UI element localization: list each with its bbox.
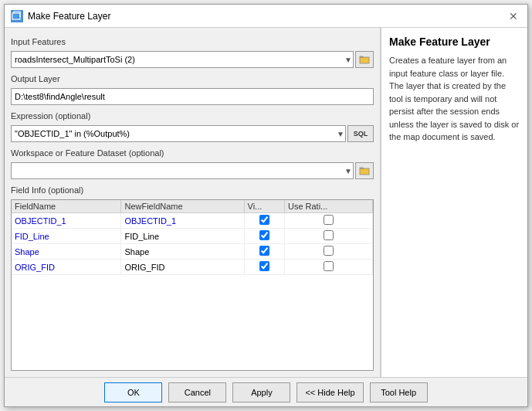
input-features-label: Input Features bbox=[11, 37, 374, 46]
input-features-select[interactable]: roadsIntersect_MultipartToSi (2) bbox=[11, 51, 354, 68]
use-ratio-cell[interactable] bbox=[284, 260, 372, 275]
input-features-select-wrapper: roadsIntersect_MultipartToSi (2) ▼ bbox=[11, 51, 354, 68]
workspace-select[interactable] bbox=[11, 162, 354, 179]
close-button[interactable]: ✕ bbox=[506, 8, 521, 24]
visible-cell[interactable] bbox=[244, 229, 284, 244]
title-bar: Make Feature Layer ✕ bbox=[5, 5, 527, 28]
content-area: Input Features roadsIntersect_MultipartT… bbox=[5, 28, 527, 377]
use-ratio-checkbox[interactable] bbox=[324, 215, 334, 225]
use-ratio-checkbox[interactable] bbox=[324, 230, 334, 240]
output-layer-input[interactable] bbox=[11, 88, 374, 105]
folder-open-icon bbox=[359, 54, 370, 65]
col-header-newfieldname: NewFieldName bbox=[121, 200, 244, 213]
expression-label: Expression (optional) bbox=[11, 111, 374, 121]
expression-row: "OBJECTID_1" in (%Output%) ▼ SQL bbox=[11, 125, 374, 142]
table-row: FID_LineFID_Line bbox=[12, 229, 373, 244]
visible-checkbox[interactable] bbox=[259, 261, 269, 271]
visible-checkbox[interactable] bbox=[259, 230, 269, 240]
dialog-title: Make Feature Layer bbox=[28, 11, 110, 22]
field-name-cell: FID_Line bbox=[12, 229, 121, 244]
field-name-cell: Shape bbox=[12, 244, 121, 260]
use-ratio-checkbox[interactable] bbox=[324, 261, 334, 271]
workspace-browse-button[interactable] bbox=[355, 162, 374, 179]
workspace-row: ▼ bbox=[11, 162, 374, 179]
field-info-table-container: FieldName NewFieldName Vi... Use Rati...… bbox=[11, 199, 374, 371]
use-ratio-cell[interactable] bbox=[284, 244, 372, 260]
svg-rect-0 bbox=[12, 13, 20, 19]
use-ratio-cell[interactable] bbox=[284, 213, 372, 229]
svg-rect-4 bbox=[360, 168, 369, 175]
hide-help-button[interactable]: << Hide Help bbox=[296, 382, 363, 403]
use-ratio-checkbox[interactable] bbox=[324, 246, 334, 256]
apply-button[interactable]: Apply bbox=[232, 382, 290, 403]
col-header-useratio: Use Rati... bbox=[284, 200, 372, 213]
new-field-name-cell: OBJECTID_1 bbox=[121, 213, 244, 229]
help-description: Creates a feature layer from an input fe… bbox=[389, 54, 520, 144]
output-layer-row bbox=[11, 88, 374, 105]
field-name-cell: ORIG_FID bbox=[12, 260, 121, 275]
new-field-name-cell: Shape bbox=[121, 244, 244, 260]
left-panel: Input Features roadsIntersect_MultipartT… bbox=[5, 28, 381, 377]
field-name-cell: OBJECTID_1 bbox=[12, 213, 121, 229]
footer: OK Cancel Apply << Hide Help Tool Help bbox=[5, 377, 527, 406]
input-features-row: roadsIntersect_MultipartToSi (2) ▼ bbox=[11, 51, 374, 68]
expression-select[interactable]: "OBJECTID_1" in (%Output%) bbox=[11, 125, 346, 142]
col-header-visible: Vi... bbox=[244, 200, 284, 213]
visible-checkbox[interactable] bbox=[259, 215, 269, 225]
use-ratio-cell[interactable] bbox=[284, 229, 372, 244]
output-layer-label: Output Layer bbox=[11, 74, 374, 83]
cancel-button[interactable]: Cancel bbox=[168, 382, 226, 403]
visible-cell[interactable] bbox=[244, 244, 284, 260]
input-features-browse-button[interactable] bbox=[355, 51, 374, 68]
field-info-table: FieldName NewFieldName Vi... Use Rati...… bbox=[12, 200, 373, 275]
table-row: ShapeShape bbox=[12, 244, 373, 260]
tool-help-button[interactable]: Tool Help bbox=[370, 382, 428, 403]
right-panel: Make Feature Layer Creates a feature lay… bbox=[381, 28, 527, 377]
svg-rect-3 bbox=[360, 57, 369, 63]
new-field-name-cell: ORIG_FID bbox=[121, 260, 244, 275]
expression-select-wrapper: "OBJECTID_1" in (%Output%) ▼ bbox=[11, 125, 346, 142]
sql-button[interactable]: SQL bbox=[347, 125, 374, 142]
field-info-label: Field Info (optional) bbox=[11, 185, 374, 195]
help-title: Make Feature Layer bbox=[389, 36, 520, 48]
ok-button[interactable]: OK bbox=[104, 382, 162, 403]
dialog-icon bbox=[11, 10, 23, 22]
visible-cell[interactable] bbox=[244, 260, 284, 275]
make-feature-layer-dialog: Make Feature Layer ✕ Input Features road… bbox=[4, 4, 528, 407]
table-row: OBJECTID_1OBJECTID_1 bbox=[12, 213, 373, 229]
table-row: ORIG_FIDORIG_FID bbox=[12, 260, 373, 275]
workspace-label: Workspace or Feature Dataset (optional) bbox=[11, 148, 374, 158]
title-bar-left: Make Feature Layer bbox=[11, 10, 110, 22]
folder-open-icon-2 bbox=[359, 165, 370, 176]
visible-cell[interactable] bbox=[244, 213, 284, 229]
new-field-name-cell: FID_Line bbox=[121, 229, 244, 244]
col-header-fieldname: FieldName bbox=[12, 200, 121, 213]
workspace-select-wrapper: ▼ bbox=[11, 162, 354, 179]
visible-checkbox[interactable] bbox=[259, 246, 269, 256]
